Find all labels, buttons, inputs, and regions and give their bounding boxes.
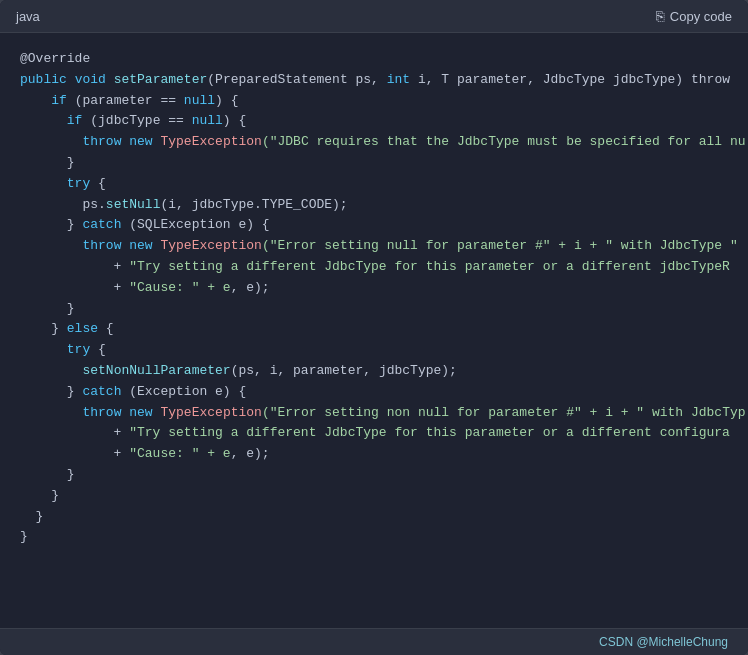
code-line: try { (20, 174, 728, 195)
code-line: } (20, 507, 728, 528)
code-line: } (20, 153, 728, 174)
code-line: setNonNullParameter(ps, i, parameter, jd… (20, 361, 728, 382)
copy-label: Copy code (670, 9, 732, 24)
code-line: } (20, 486, 728, 507)
footer-bar: CSDN @MichelleChung (0, 628, 748, 655)
code-line: public void setParameter(PreparedStateme… (20, 70, 728, 91)
copy-icon: ⎘ (656, 8, 664, 24)
code-header: java ⎘ Copy code (0, 0, 748, 33)
code-body: @Override public void setParameter(Prepa… (0, 33, 748, 628)
code-line: throw new TypeException("Error setting n… (20, 236, 728, 257)
code-line: } (20, 299, 728, 320)
language-label: java (16, 9, 40, 24)
code-line: if (jdbcType == null) { (20, 111, 728, 132)
code-line: + "Cause: " + e, e); (20, 444, 728, 465)
code-line: throw new TypeException("JDBC requires t… (20, 132, 728, 153)
code-line: } catch (Exception e) { (20, 382, 728, 403)
footer-credit: CSDN @MichelleChung (599, 635, 728, 649)
code-line: } else { (20, 319, 728, 340)
code-line: @Override (20, 49, 728, 70)
copy-code-button[interactable]: ⎘ Copy code (656, 8, 732, 24)
code-line: + "Cause: " + e, e); (20, 278, 728, 299)
code-line: throw new TypeException("Error setting n… (20, 403, 728, 424)
code-line: } catch (SQLException e) { (20, 215, 728, 236)
code-window: java ⎘ Copy code @Override public void s… (0, 0, 748, 655)
code-line: } (20, 527, 728, 548)
code-line: if (parameter == null) { (20, 91, 728, 112)
code-line: ps.setNull(i, jdbcType.TYPE_CODE); (20, 195, 728, 216)
code-line: + "Try setting a different JdbcType for … (20, 257, 728, 278)
code-line: } (20, 465, 728, 486)
code-line: try { (20, 340, 728, 361)
code-line: + "Try setting a different JdbcType for … (20, 423, 728, 444)
